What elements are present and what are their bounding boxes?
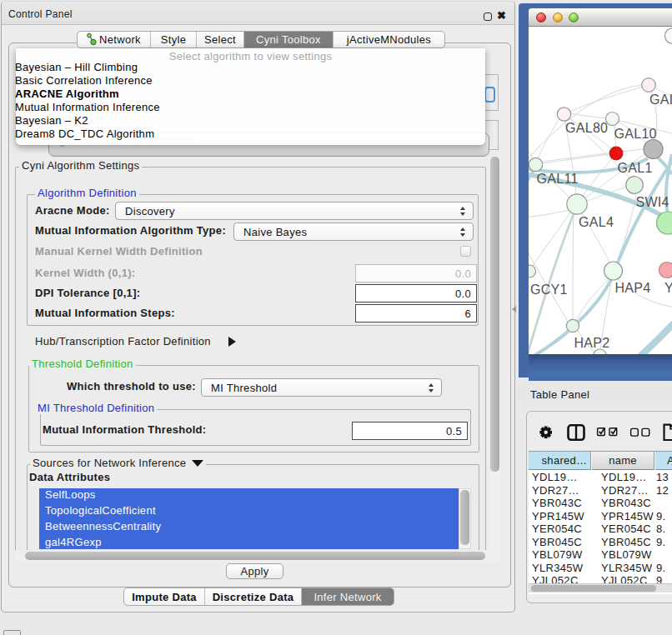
svg-text:HAP4: HAP4 xyxy=(615,281,651,295)
svg-text:SWI4: SWI4 xyxy=(636,195,669,209)
svg-text:GCY1: GCY1 xyxy=(530,282,568,297)
svg-text:GAL10: GAL10 xyxy=(614,127,657,141)
svg-text:GAL4: GAL4 xyxy=(579,215,614,229)
svg-text:GAL11: GAL11 xyxy=(537,172,579,186)
svg-text:GAL80: GAL80 xyxy=(565,121,608,135)
svg-text:GAL7: GAL7 xyxy=(649,92,672,107)
svg-text:HAP2: HAP2 xyxy=(574,336,610,350)
svg-text:GAL1: GAL1 xyxy=(618,161,653,175)
svg-text:Y: Y xyxy=(664,281,672,295)
